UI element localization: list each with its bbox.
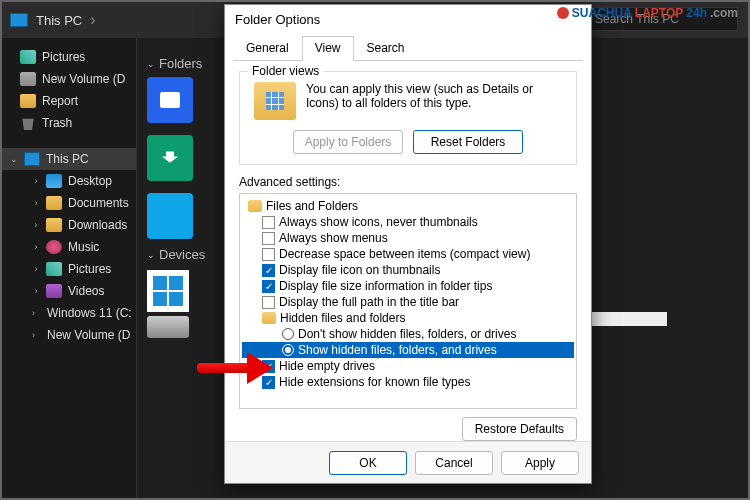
sidebar-item-label: Report <box>42 94 78 108</box>
pic-icon <box>46 262 62 276</box>
folder-tile[interactable] <box>147 77 193 123</box>
cancel-button[interactable]: Cancel <box>415 451 493 475</box>
folder-icon <box>248 200 262 212</box>
dialog-footer: OK Cancel Apply <box>225 441 591 483</box>
radio-icon <box>282 344 294 356</box>
folder-icon <box>46 218 62 232</box>
option-label: Display file icon on thumbnails <box>279 263 440 277</box>
drive-icon <box>147 316 189 338</box>
sidebar-item-label: New Volume (D <box>42 72 125 86</box>
option-label: Don't show hidden files, folders, or dri… <box>298 327 516 341</box>
folder-view-icon <box>254 82 296 120</box>
video-icon <box>46 284 62 298</box>
reset-folders-button[interactable]: Reset Folders <box>413 130 523 154</box>
tree-folder: Hidden files and folders <box>242 310 574 326</box>
option-label: Always show icons, never thumbnails <box>279 215 478 229</box>
advanced-settings-label: Advanced settings: <box>239 175 577 189</box>
desk-icon <box>46 174 62 188</box>
folder-icon <box>262 312 276 324</box>
option-label: Show hidden files, folders, and drives <box>298 343 497 357</box>
dialog-tabs: General View Search <box>233 35 583 61</box>
radio-icon <box>282 328 294 340</box>
checkbox-icon: ✓ <box>262 280 275 293</box>
sidebar-item[interactable]: ›Documents <box>2 192 136 214</box>
pic-icon <box>20 50 36 64</box>
tab-view[interactable]: View <box>302 36 354 61</box>
sidebar-item[interactable]: ›Music <box>2 236 136 258</box>
tree-checkbox-option[interactable]: ✓Hide extensions for known file types <box>242 374 574 390</box>
option-label: Hide empty drives <box>279 359 375 373</box>
sidebar-item-label: Windows 11 (C: <box>47 306 132 320</box>
sidebar-item-label: Pictures <box>42 50 85 64</box>
tree-checkbox-option[interactable]: ✓Display file icon on thumbnails <box>242 262 574 278</box>
checkbox-icon <box>262 216 275 229</box>
tree-checkbox-option[interactable]: ✓Display file size information in folder… <box>242 278 574 294</box>
tree-radio-option[interactable]: Don't show hidden files, folders, or dri… <box>242 326 574 342</box>
music-icon <box>46 240 62 254</box>
restore-defaults-button[interactable]: Restore Defaults <box>462 417 577 441</box>
sidebar-item-label: Desktop <box>68 174 112 188</box>
checkbox-icon: ✓ <box>262 376 275 389</box>
tree-checkbox-option[interactable]: Always show menus <box>242 230 574 246</box>
option-label: Display the full path in the title bar <box>279 295 459 309</box>
sidebar-item[interactable]: New Volume (D <box>2 68 136 90</box>
sidebar-item-label: Pictures <box>68 262 111 276</box>
apply-to-folders-button[interactable]: Apply to Folders <box>293 130 403 154</box>
tab-search[interactable]: Search <box>354 36 418 61</box>
tree-checkbox-option[interactable]: Display the full path in the title bar <box>242 294 574 310</box>
option-label: Hidden files and folders <box>280 311 405 325</box>
sidebar-item-label: This PC <box>46 152 89 166</box>
folder-icon <box>20 94 36 108</box>
tree-checkbox-option[interactable]: Decrease space between items (compact vi… <box>242 246 574 262</box>
tree-folder: Files and Folders <box>242 198 574 214</box>
group-legend: Folder views <box>248 64 323 78</box>
sidebar-item[interactable]: ›Desktop <box>2 170 136 192</box>
sidebar-item[interactable]: ›Windows 11 (C: <box>2 302 136 324</box>
option-label: Always show menus <box>279 231 388 245</box>
option-label: Files and Folders <box>266 199 358 213</box>
folder-icon <box>46 196 62 210</box>
trash-icon <box>20 116 36 130</box>
advanced-settings-tree[interactable]: Files and FoldersAlways show icons, neve… <box>239 193 577 409</box>
apply-button[interactable]: Apply <box>501 451 579 475</box>
folder-views-text: You can apply this view (such as Details… <box>306 82 566 120</box>
sidebar-item[interactable]: Trash <box>2 112 136 134</box>
sidebar-item-label: Trash <box>42 116 72 130</box>
ok-button[interactable]: OK <box>329 451 407 475</box>
pc-icon <box>10 13 28 27</box>
checkbox-icon <box>262 232 275 245</box>
sidebar-item[interactable]: ›Videos <box>2 280 136 302</box>
tree-radio-option[interactable]: Show hidden files, folders, and drives <box>242 342 574 358</box>
tree-checkbox-option[interactable]: Always show icons, never thumbnails <box>242 214 574 230</box>
checkbox-icon <box>262 248 275 261</box>
sidebar-item-label: Videos <box>68 284 104 298</box>
drive-icon <box>20 72 36 86</box>
sidebar-item[interactable]: Pictures <box>2 46 136 68</box>
watermark-logo: SUACHUALAPTOP24h.com <box>557 6 738 20</box>
folder-tile[interactable] <box>147 135 193 181</box>
sidebar-item-label: Documents <box>68 196 129 210</box>
sidebar-item-label: New Volume (D <box>47 328 130 342</box>
sidebar-item[interactable]: ⌄This PC <box>2 148 136 170</box>
dialog-title: Folder Options <box>225 5 591 35</box>
folder-views-group: Folder views You can apply this view (su… <box>239 71 577 165</box>
sidebar-item[interactable]: ›New Volume (D <box>2 324 136 346</box>
folder-tile[interactable] <box>147 193 193 239</box>
tab-general[interactable]: General <box>233 36 302 61</box>
option-label: Hide extensions for known file types <box>279 375 470 389</box>
option-label: Decrease space between items (compact vi… <box>279 247 530 261</box>
address-text[interactable]: This PC <box>36 13 82 28</box>
tree-checkbox-option[interactable]: ✓Hide empty drives <box>242 358 574 374</box>
checkbox-icon: ✓ <box>262 264 275 277</box>
pc-icon <box>24 152 40 166</box>
option-label: Display file size information in folder … <box>279 279 492 293</box>
windows-logo-icon <box>147 270 189 312</box>
sidebar-item[interactable]: Report <box>2 90 136 112</box>
sidebar-item[interactable]: ›Downloads <box>2 214 136 236</box>
sidebar-item-label: Music <box>68 240 99 254</box>
navigation-sidebar: PicturesNew Volume (DReportTrash⌄This PC… <box>2 38 137 498</box>
sidebar-item-label: Downloads <box>68 218 127 232</box>
sidebar-item[interactable]: ›Pictures <box>2 258 136 280</box>
checkbox-icon: ✓ <box>262 360 275 373</box>
checkbox-icon <box>262 296 275 309</box>
